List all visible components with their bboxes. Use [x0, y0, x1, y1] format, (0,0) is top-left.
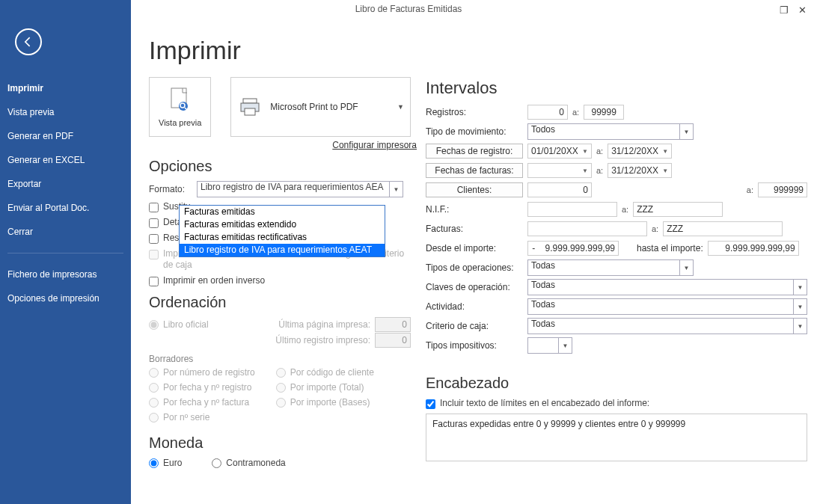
formato-select[interactable]: Libro registro de IVA para requerimiento… — [197, 181, 403, 197]
criterio-value: Todas — [531, 319, 555, 329]
borradores-subheading: Borradores — [149, 354, 411, 364]
nif-label: N.I.F.: — [426, 204, 523, 215]
formato-option-1[interactable]: Facturas emitidas extendido — [180, 218, 385, 231]
section-moneda: Moneda — [149, 434, 411, 452]
clientes-from-input[interactable] — [527, 182, 592, 197]
last-page-input — [375, 317, 411, 332]
chk-imprimir-orden-label: Imprimir en orden inverso — [163, 275, 265, 286]
radio-num-registro — [149, 368, 159, 378]
chk-detallar[interactable] — [149, 218, 159, 228]
a-label-4: a: — [747, 185, 753, 194]
fechas-facturas-button[interactable]: Fechas de facturas: — [426, 163, 523, 178]
last-reg-input — [375, 333, 411, 348]
radio-codigo-cliente — [276, 368, 286, 378]
formato-option-2[interactable]: Facturas emitidas rectificativas — [180, 231, 385, 244]
sidebar-item-imprimir[interactable]: Imprimir — [0, 76, 131, 100]
sidebar-item-vista-previa[interactable]: Vista previa — [0, 100, 131, 124]
chevron-down-icon: ▼ — [679, 124, 693, 139]
a-label-2: a: — [596, 147, 603, 156]
chevron-down-icon: ▼ — [793, 299, 807, 314]
registros-to-input[interactable] — [584, 105, 624, 120]
formato-option-3[interactable]: Libro registro de IVA para requerimiento… — [180, 244, 385, 256]
svg-rect-6 — [245, 108, 255, 115]
tipo-mov-label: Tipo de movimiento: — [426, 126, 523, 137]
radio-codigo-cliente-label: Por código de cliente — [290, 367, 374, 378]
chevron-down-icon: ▼ — [397, 103, 404, 111]
radio-importe-bases-label: Por importe (Bases) — [290, 397, 370, 408]
actividad-label: Actividad: — [426, 301, 523, 312]
facturas-label: Facturas: — [426, 224, 523, 234]
tipos-imp-select[interactable]: ▼ — [527, 337, 572, 354]
section-intervalos: Intervalos — [426, 79, 807, 98]
formato-label: Formato: — [149, 184, 191, 194]
configure-printer-link[interactable]: Configurar impresora — [149, 140, 417, 150]
printer-icon — [239, 96, 261, 117]
sidebar-item-generar-pdf[interactable]: Generar en PDF — [0, 124, 131, 148]
facturas-from-input[interactable] — [527, 221, 647, 236]
printer-select[interactable]: Microsoft Print to PDF ▼ — [230, 77, 411, 137]
fecha-registro-from[interactable]: 01/01/20XX▼ — [527, 144, 592, 159]
criterio-select[interactable]: Todas▼ — [527, 318, 807, 334]
sidebar-divider — [7, 253, 123, 253]
chk-resumir[interactable] — [149, 234, 159, 244]
section-ordenacion: Ordenación — [149, 294, 411, 311]
sidebar-item-generar-excel[interactable]: Generar en EXCEL — [0, 148, 131, 172]
sidebar-item-fichero-impresoras[interactable]: Fichero de impresoras — [0, 262, 131, 286]
formato-dropdown[interactable]: Facturas emitidas Facturas emitidas exte… — [179, 205, 385, 257]
sidebar-item-cerrar[interactable]: Cerrar — [0, 220, 131, 244]
hasta-importe-input[interactable] — [708, 241, 799, 256]
radio-libro-oficial-label: Libro oficial — [163, 319, 209, 330]
radio-fecha-factura — [149, 398, 159, 408]
nif-from-input[interactable] — [527, 202, 617, 217]
desde-importe-label: Desde el importe: — [426, 243, 523, 253]
clientes-to-input[interactable] — [758, 182, 807, 197]
actividad-select[interactable]: Todas▼ — [527, 298, 807, 315]
fecha-factura-to-value: 31/12/20XX — [611, 165, 658, 176]
sidebar-item-exportar[interactable]: Exportar — [0, 172, 131, 196]
chk-sustituir[interactable] — [149, 203, 159, 212]
facturas-to-input[interactable] — [663, 221, 783, 236]
radio-contramoneda[interactable] — [212, 458, 221, 468]
registros-label: Registros: — [426, 107, 523, 117]
sidebar-item-opciones-impresion[interactable]: Opciones de impresión — [0, 286, 131, 310]
tipos-op-select[interactable]: Todas▼ — [527, 259, 694, 276]
chevron-down-icon: ▼ — [582, 168, 588, 174]
radio-importe-total-label: Por importe (Total) — [290, 382, 364, 393]
window-close-icon[interactable]: ✕ — [795, 4, 810, 16]
fecha-factura-from[interactable]: ▼ — [527, 163, 592, 178]
tipo-mov-select[interactable]: Todos▼ — [527, 123, 694, 140]
page-preview-icon — [168, 87, 193, 115]
radio-importe-total — [276, 383, 286, 393]
fechas-registro-button[interactable]: Fechas de registro: — [426, 144, 523, 159]
radio-euro-label: Euro — [163, 458, 182, 468]
chk-incluir-texto[interactable] — [426, 399, 435, 409]
actividad-value: Todas — [531, 299, 555, 310]
vista-previa-card[interactable]: Vista previa — [149, 77, 211, 137]
tipos-op-value: Todas — [531, 260, 555, 271]
radio-importe-bases — [276, 398, 286, 408]
registros-from-input[interactable] — [527, 105, 568, 120]
a-label-5: a: — [622, 205, 628, 214]
chk-imprimir-orden[interactable] — [149, 277, 159, 286]
sidebar-item-enviar-portal[interactable]: Enviar al Portal Doc. — [0, 196, 131, 220]
nif-to-input[interactable] — [633, 202, 723, 217]
chevron-down-icon: ▼ — [662, 168, 668, 174]
fecha-factura-to[interactable]: 31/12/20XX▼ — [608, 163, 672, 178]
formato-option-0[interactable]: Facturas emitidas — [180, 206, 385, 218]
claves-op-value: Todas — [531, 280, 555, 290]
last-reg-label: Último registro impreso: — [275, 335, 370, 345]
tipos-imp-label: Tipos impositivos: — [426, 340, 523, 351]
radio-serie-label: Por nº serie — [163, 412, 209, 422]
window-restore-icon[interactable]: ❐ — [777, 4, 792, 16]
criterio-label: Criterio de caja: — [426, 321, 523, 331]
sidebar: Imprimir Vista previa Generar en PDF Gen… — [0, 0, 131, 504]
radio-fecha-registro-label: Por fecha y nº registro — [163, 382, 251, 393]
desde-importe-input[interactable] — [527, 241, 619, 256]
radio-contramoneda-label: Contramoneda — [226, 458, 285, 468]
encabezado-textarea[interactable]: Facturas expedidas entre 0 y 99999 y cli… — [426, 414, 807, 461]
radio-euro[interactable] — [149, 458, 159, 468]
claves-op-select[interactable]: Todas▼ — [527, 279, 807, 295]
clientes-button[interactable]: Clientes: — [426, 182, 523, 197]
fecha-registro-to[interactable]: 31/12/20XX▼ — [608, 144, 672, 159]
back-button[interactable] — [15, 28, 42, 55]
